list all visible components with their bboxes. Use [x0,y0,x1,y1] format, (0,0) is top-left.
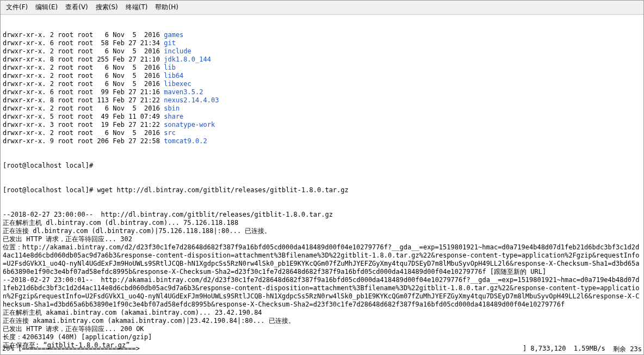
listing-row: drwxr-xr-x. 3 root root 19 Feb 27 21:22 … [3,121,641,129]
listing-perm: drwxr-xr-x. 8 root root 113 Feb 27 21:22 [3,96,164,105]
wget-output-line: --2018-02-27 23:00:01-- http://akamai.bi… [3,276,641,309]
listing-row: drwxr-xr-x. 6 root root 58 Feb 27 21:34 … [3,39,641,47]
menu-edit[interactable]: 编辑(E) [32,2,61,13]
listing-perm: drwxr-xr-x. 2 root root 6 Nov 5 2016 [3,129,164,137]
progress-bar-end: ] [523,345,527,354]
listing-perm: drwxr-xr-x. 2 root root 6 Nov 5 2016 [3,31,164,39]
progress-bytes: 8,733,120 [527,345,566,354]
wget-output-line: 已发出 HTTP 请求，正在等待回应... 302 [3,235,641,243]
listing-perm: drwxr-xr-x. 2 root root 6 Nov 5 2016 [3,47,164,56]
listing-row: drwxr-xr-x. 2 root root 6 Nov 5 2016 sbi… [3,105,641,113]
wget-output-line: 正在连接 dl.bintray.com (dl.bintray.com)|75.… [3,227,641,235]
progress-bar-left: [ [14,345,22,354]
wget-output-line: 正在解析主机 dl.bintray.com (dl.bintray.com)..… [3,219,641,227]
listing-perm: drwxr-xr-x. 6 root root 58 Feb 27 21:34 [3,39,164,47]
wget-output-line: 长度：42063149 (40M) [application/gzip] [3,333,641,341]
listing-perm: drwxr-xr-x. 3 root root 19 Feb 27 21:22 [3,121,164,129]
listing-row: drwxr-xr-x. 2 root root 6 Nov 5 2016 inc… [3,47,641,56]
progress-bar-fill: =============================> [22,345,140,354]
listing-row: drwxr-xr-x. 2 root root 6 Nov 5 2016 lib [3,64,641,72]
listing-name: sonatype-work [164,121,215,129]
listing-row: drwxr-xr-x. 8 root root 113 Feb 27 21:22… [3,96,641,105]
terminal-output[interactable]: drwxr-xr-x. 2 root root 6 Nov 5 2016 gam… [1,15,643,355]
wget-output-line: 正在连接 akamai.bintray.com (akamai.bintray.… [3,317,641,325]
listing-row: drwxr-xr-x. 8 root root 255 Feb 27 21:10… [3,56,641,64]
menubar: 文件(F) 编辑(E) 查看(V) 搜索(S) 终端(T) 帮助(H) [1,1,643,15]
progress-bar-right [140,345,523,354]
listing-perm: drwxr-xr-x. 5 root root 49 Feb 11 07:49 [3,113,164,121]
listing-name: lib [164,64,176,72]
listing-row: drwxr-xr-x. 2 root root 6 Nov 5 2016 gam… [3,31,641,39]
wget-output-line: 位置：http://akamai.bintray.com/d2/d23f30c1… [3,243,641,276]
wget-output-line: 正在解析主机 akamai.bintray.com (akamai.bintra… [3,309,641,317]
listing-name: tomcat9.0.2 [164,137,207,145]
listing-row: drwxr-xr-x. 2 root root 6 Nov 5 2016 src [3,129,641,137]
wget-output-line: --2018-02-27 23:00:00-- http://dl.bintra… [3,211,641,219]
menu-terminal[interactable]: 终端(T) [122,2,151,13]
listing-name: src [164,129,176,137]
listing-name: include [164,47,191,56]
menu-view[interactable]: 查看(V) [62,2,91,13]
listing-name: git [164,39,176,47]
listing-perm: drwxr-xr-x. 8 root root 255 Feb 27 21:10 [3,56,164,64]
listing-name: libexec [164,80,191,88]
listing-row: drwxr-xr-x. 9 root root 206 Feb 27 22:58… [3,137,641,145]
listing-name: sbin [164,105,179,113]
progress-eta: 剩余 23s [605,345,642,354]
menu-file[interactable]: 文件(F) [3,2,31,13]
listing-name: jdk1.8.0_144 [164,56,211,64]
listing-name: maven3.5.2 [164,88,203,96]
listing-name: games [164,31,183,39]
listing-name: lib64 [164,72,183,80]
wget-command: [root@localhost local]# wget http://dl.b… [3,186,641,194]
listing-row: drwxr-xr-x. 5 root root 49 Feb 11 07:49 … [3,113,641,121]
menu-help[interactable]: 帮助(H) [152,2,181,13]
wget-output-line: 已发出 HTTP 请求，正在等待回应... 200 OK [3,325,641,333]
listing-row: drwxr-xr-x. 2 root root 6 Nov 5 2016 lib… [3,80,641,88]
progress-speed: 1.59MB/s [566,345,605,354]
listing-perm: drwxr-xr-x. 2 root root 6 Nov 5 2016 [3,72,164,80]
listing-perm: drwxr-xr-x. 9 root root 206 Feb 27 22:58 [3,137,164,145]
listing-row: drwxr-xr-x. 6 root root 99 Feb 27 21:16 … [3,88,641,96]
listing-perm: drwxr-xr-x. 2 root root 6 Nov 5 2016 [3,64,164,72]
prompt-line: [root@localhost local]# [3,162,641,170]
listing-name: nexus2.14.4.03 [164,96,219,105]
listing-row: drwxr-xr-x. 2 root root 6 Nov 5 2016 lib… [3,72,641,80]
progress-percent: 20% [2,345,14,354]
listing-perm: drwxr-xr-x. 2 root root 6 Nov 5 2016 [3,80,164,88]
listing-perm: drwxr-xr-x. 2 root root 6 Nov 5 2016 [3,105,164,113]
menu-search[interactable]: 搜索(S) [92,2,121,13]
listing-name: share [164,113,183,121]
progress-line: 20% [ =============================> ] 8… [2,345,642,354]
listing-perm: drwxr-xr-x. 6 root root 99 Feb 27 21:16 [3,88,164,96]
